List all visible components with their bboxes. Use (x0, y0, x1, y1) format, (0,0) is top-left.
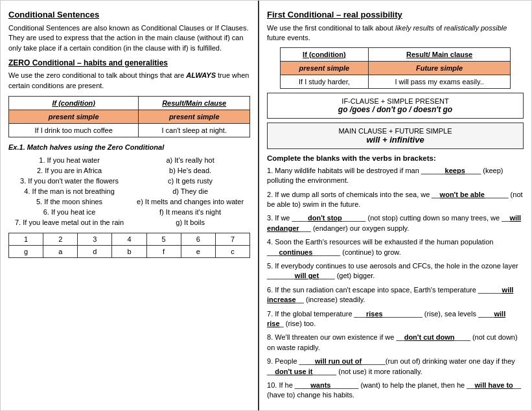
left-title: Conditional Sentences (8, 10, 250, 19)
answer-val-6: e (181, 246, 215, 258)
intro-text: Conditional Sentences are also known as … (8, 23, 250, 53)
complete-title: Complete the blanks with the verbs in br… (267, 153, 524, 163)
s1-num: 1. Many wildlife habitats will be destro… (267, 167, 503, 184)
sentence-1: 1. Many wildlife habitats will be destro… (267, 166, 524, 186)
table-row1-col1: present simple (9, 110, 139, 123)
zero-table-wrapper: If (condition) Result/Main clause presen… (8, 96, 250, 137)
right-table-row1-col2: Future simple (368, 61, 510, 75)
first-conditional-table: If (condition) Result/ Main clause prese… (280, 47, 511, 89)
answer-val-3: d (78, 246, 112, 258)
match-right-3: c) It gets rusty (130, 176, 250, 186)
if-clause-box: IF-CLAUSE + SIMPLE PRESENT go /goes / do… (267, 93, 524, 119)
match-left-2: 2. If you are in Africa (8, 165, 130, 176)
main-clause-title: MAIN CLAUSE + FUTURE SIMPLE (274, 127, 516, 135)
answer-val-2: a (43, 246, 78, 258)
list-item: 3. If you don't water the flowers c) It … (8, 176, 250, 186)
sentence-7: 7. If the global temperature ___rises___… (267, 309, 524, 329)
right-table-row2-col2: I will pass my exams easily.. (368, 75, 510, 88)
realistic-text: realistically possible (444, 24, 507, 32)
answer-val-1: g (9, 246, 43, 258)
list-item: 1. If you heat water a) It's really hot (8, 155, 250, 165)
sentence-4: 4. Soon the Earth's resources will be ex… (267, 237, 524, 257)
sentence-9: 9. People ____will run out of______(run … (267, 357, 524, 377)
example-col1: If I drink too much coffee (9, 123, 139, 137)
match-right-2: b) He's dead. (130, 165, 250, 176)
list-item: 7. If you leave metal out in the rain g)… (8, 217, 250, 228)
right-table-row2-col1: If I study harder, (280, 75, 368, 88)
right-table-col2: Result/ Main clause (368, 47, 510, 61)
answer-header-5: 5 (146, 233, 181, 246)
answer-header-7: 7 (215, 233, 249, 246)
match-table: 1. If you heat water a) It's really hot … (8, 155, 250, 228)
main-clause-box: MAIN CLAUSE + FUTURE SIMPLE will + infin… (267, 123, 524, 149)
left-panel: Conditional Sentences Conditional Senten… (1, 1, 259, 410)
match-left-3: 3. If you don't water the flowers (8, 176, 130, 186)
answer-val-5: f (146, 246, 181, 258)
match-left-7: 7. If you leave metal out in the rain (8, 217, 130, 228)
match-right-1: a) It's really hot (130, 155, 250, 165)
answer-table: 1 2 3 4 5 6 7 g a d b f e c (8, 233, 250, 258)
match-right-5: e) It melts and changes into water (130, 196, 250, 207)
right-table-row1-col1: present simple (280, 61, 368, 75)
complete-section: Complete the blanks with the verbs in br… (267, 153, 524, 401)
if-clause-title: IF-CLAUSE + SIMPLE PRESENT (274, 97, 516, 105)
sentence-6: 6. If the sun radiation can't escape int… (267, 285, 524, 305)
sentence-8: 8. We'll threaten our own existence if w… (267, 333, 524, 353)
match-right-4: d) They die (130, 186, 250, 196)
right-intro: We use the first conditional to talk abo… (267, 23, 524, 43)
match-left-4: 4. If the man is not breathing (8, 186, 130, 196)
right-table-col1: If (condition) (280, 47, 368, 61)
sentence-3: 3. If we ____don't stop______ (not stop)… (267, 213, 524, 233)
match-left-1: 1. If you heat water (8, 155, 130, 165)
if-clause-formula: go /goes / don't go / doesn't go (274, 105, 516, 114)
list-item: 5. If the moon shines e) It melts and ch… (8, 196, 250, 207)
likely-text: likely results (395, 24, 434, 32)
zero-title: ZERO Conditional – habits and generaliti… (8, 58, 250, 67)
match-left-5: 5. If the moon shines (8, 196, 130, 207)
always-text: ALWAYS (186, 71, 216, 79)
table-row1-col2: present simple (139, 110, 250, 123)
table-col1-header: If (condition) (9, 96, 139, 110)
sentence-2: 2. If we dump all sorts of chemicals int… (267, 190, 524, 210)
answer-header-6: 6 (181, 233, 215, 246)
sentence-10: 10. If he ____wants_______ (want) to hel… (267, 381, 524, 401)
table-col2-header: Result/Main clause (139, 96, 250, 110)
list-item: 2. If you are in Africa b) He's dead. (8, 165, 250, 176)
main-clause-formula: will + infinitive (274, 135, 516, 145)
example-col2: I can't sleep at night. (139, 123, 250, 137)
answer-header-4: 4 (112, 233, 146, 246)
zero-intro: We use the zero conditional to talk abou… (8, 71, 250, 91)
list-item: 6. If you heat ice f) It means it's nigh… (8, 207, 250, 217)
sentence-5: 5. If everybody continues to use aerosol… (267, 261, 524, 281)
match-right-6: f) It means it's night (130, 207, 250, 217)
answer-header-2: 2 (43, 233, 78, 246)
right-title: First Conditional – real possibility (267, 10, 524, 19)
zero-conditional-table: If (condition) Result/Main clause presen… (8, 96, 250, 137)
match-left-6: 6. If you heat ice (8, 207, 130, 217)
exercise-title: Ex.1. Match halves using the Zero Condit… (8, 143, 250, 152)
match-right-7: g) It boils (130, 217, 250, 228)
answer-val-4: b (112, 246, 146, 258)
right-panel: First Conditional – real possibility We … (259, 1, 531, 410)
answer-val-7: c (215, 246, 249, 258)
list-item: 4. If the man is not breathing d) They d… (8, 186, 250, 196)
answer-header-3: 3 (78, 233, 112, 246)
answer-header-1: 1 (9, 233, 43, 246)
